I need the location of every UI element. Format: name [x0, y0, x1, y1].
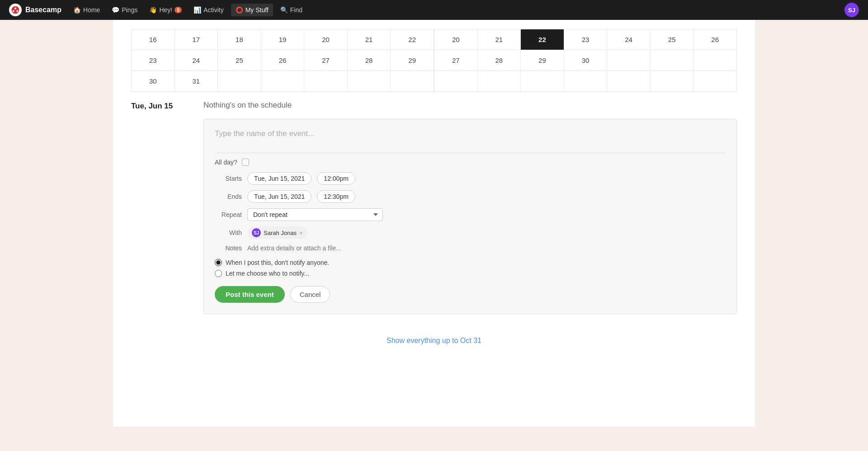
hey-icon: 👋 — [149, 6, 157, 14]
content-area: 16 17 18 19 20 21 22 23 24 25 26 27 — [113, 20, 755, 427]
starts-date-picker[interactable]: Tue, Jun 15, 2021 — [247, 172, 311, 185]
form-actions: Post this event Cancel — [215, 286, 726, 303]
calendar-empty — [304, 71, 348, 92]
nav-find[interactable]: 🔍 Find — [276, 4, 307, 16]
calendar-week-row: 30 31 — [132, 71, 434, 92]
cancel-button[interactable]: Cancel — [290, 286, 330, 303]
calendar-day[interactable]: 21 — [347, 29, 391, 50]
nothing-on-schedule: Nothing's on the schedule — [203, 101, 737, 110]
calendar-day[interactable]: 16 — [132, 29, 175, 50]
show-all-link[interactable]: Show everything up to Oct 31 — [387, 337, 481, 344]
event-form: All day? Starts Tue, Jun 15, 2021 12:00p… — [203, 119, 737, 314]
all-day-label: All day? — [215, 159, 237, 166]
calendar-day[interactable]: 20 — [434, 29, 478, 50]
calendar-day-today[interactable]: 22 — [521, 29, 564, 50]
calendar-day[interactable]: 25 — [650, 29, 693, 50]
nav-activity[interactable]: 📊 Activity — [189, 4, 228, 16]
notes-label: Notes — [215, 244, 242, 252]
ends-label: Ends — [215, 193, 242, 200]
calendar-day[interactable]: 30 — [132, 71, 175, 92]
calendar-day[interactable]: 29 — [521, 50, 564, 71]
calendar-day[interactable]: 30 — [564, 50, 607, 71]
logo-icon — [9, 4, 22, 16]
calendar-empty — [434, 71, 478, 92]
calendar-empty — [693, 71, 737, 92]
selected-date-label: Tue, Jun 15 — [131, 101, 190, 314]
calendar-day[interactable]: 28 — [347, 50, 391, 71]
choose-notify-label: Let me choose who to notify... — [226, 270, 309, 277]
calendar-empty — [650, 50, 693, 71]
svg-point-0 — [12, 6, 19, 14]
calendar-day[interactable]: 24 — [607, 29, 651, 50]
calendar-day[interactable]: 26 — [261, 50, 304, 71]
nav-pings[interactable]: 💬 Pings — [107, 4, 142, 16]
calendar-day[interactable]: 17 — [175, 29, 218, 50]
ends-date-picker[interactable]: Tue, Jun 15, 2021 — [247, 190, 311, 203]
app-logo[interactable]: Basecamp — [9, 4, 61, 16]
calendar-empty — [218, 71, 261, 92]
all-day-row: All day? — [215, 159, 726, 166]
with-label: With — [215, 229, 242, 236]
calendar-week-row — [434, 71, 737, 92]
choose-notify-option[interactable]: Let me choose who to notify... — [215, 270, 726, 277]
calendar-week-row: 27 28 29 30 — [434, 50, 737, 71]
calendar-day[interactable]: 20 — [304, 29, 348, 50]
repeat-row: Repeat Don't repeat Daily Weekly Monthly — [215, 208, 726, 221]
calendar-day[interactable]: 23 — [132, 50, 175, 71]
event-name-input[interactable] — [215, 128, 726, 139]
choose-notify-radio[interactable] — [215, 270, 222, 277]
person-tag: SJ Sarah Jonas × — [247, 226, 307, 239]
calendar-week-row: 16 17 18 19 20 21 22 — [132, 29, 434, 50]
calendar-day[interactable]: 21 — [477, 29, 521, 50]
no-notify-option[interactable]: When I post this, don't notify anyone. — [215, 259, 726, 266]
calendar-day[interactable]: 27 — [434, 50, 478, 71]
date-section: Tue, Jun 15 Nothing's on the schedule Al… — [131, 101, 737, 314]
svg-point-1 — [14, 8, 16, 9]
notify-options: When I post this, don't notify anyone. L… — [215, 259, 726, 277]
starts-row: Starts Tue, Jun 15, 2021 12:00pm — [215, 172, 726, 185]
form-divider — [215, 153, 726, 153]
post-event-button[interactable]: Post this event — [215, 286, 285, 303]
calendar-day[interactable]: 26 — [693, 29, 737, 50]
show-all-section: Show everything up to Oct 31 — [131, 323, 737, 358]
user-avatar[interactable]: SJ — [844, 3, 859, 17]
repeat-label: Repeat — [215, 211, 242, 218]
nav-hey[interactable]: 👋 Hey! 5 — [145, 4, 186, 16]
calendar-empty — [391, 71, 434, 92]
no-notify-label: When I post this, don't notify anyone. — [226, 259, 329, 266]
calendar-day[interactable]: 24 — [175, 50, 218, 71]
ends-time-picker[interactable]: 12:30pm — [317, 190, 355, 203]
calendar-right: 20 21 22 23 24 25 26 27 28 29 30 — [434, 29, 737, 92]
nav-mystuff[interactable]: ⭕ My Stuff — [231, 4, 273, 16]
starts-time-picker[interactable]: 12:00pm — [317, 172, 355, 185]
calendar-day[interactable]: 19 — [261, 29, 304, 50]
calendar-empty — [650, 71, 693, 92]
repeat-select[interactable]: Don't repeat Daily Weekly Monthly — [247, 208, 383, 221]
calendar-empty — [261, 71, 304, 92]
remove-person-button[interactable]: × — [299, 230, 303, 236]
calendar-day[interactable]: 28 — [477, 50, 521, 71]
starts-label: Starts — [215, 175, 242, 182]
with-row: With SJ Sarah Jonas × — [215, 226, 726, 239]
calendar-day[interactable]: 25 — [218, 50, 261, 71]
calendar-day[interactable]: 22 — [391, 29, 434, 50]
schedule-form-area: Nothing's on the schedule All day? Start… — [203, 101, 737, 314]
calendar-day[interactable]: 27 — [304, 50, 348, 71]
calendar-day[interactable]: 29 — [391, 50, 434, 71]
calendar-week-row: 23 24 25 26 27 28 29 — [132, 50, 434, 71]
notes-input[interactable] — [247, 244, 428, 252]
no-notify-radio[interactable] — [215, 259, 222, 266]
calendar-empty — [521, 71, 564, 92]
calendar-day[interactable]: 31 — [175, 71, 218, 92]
calendar-day[interactable]: 18 — [218, 29, 261, 50]
home-icon: 🏠 — [73, 6, 81, 14]
activity-icon: 📊 — [193, 6, 201, 14]
all-day-checkbox[interactable] — [242, 159, 249, 166]
calendar-day[interactable]: 23 — [564, 29, 607, 50]
hey-badge: 5 — [175, 7, 182, 13]
calendar-week-row: 20 21 22 23 24 25 26 — [434, 29, 737, 50]
nav-home[interactable]: 🏠 Home — [69, 4, 104, 16]
calendar-empty — [477, 71, 521, 92]
person-avatar: SJ — [252, 228, 261, 237]
calendar-empty — [607, 71, 651, 92]
